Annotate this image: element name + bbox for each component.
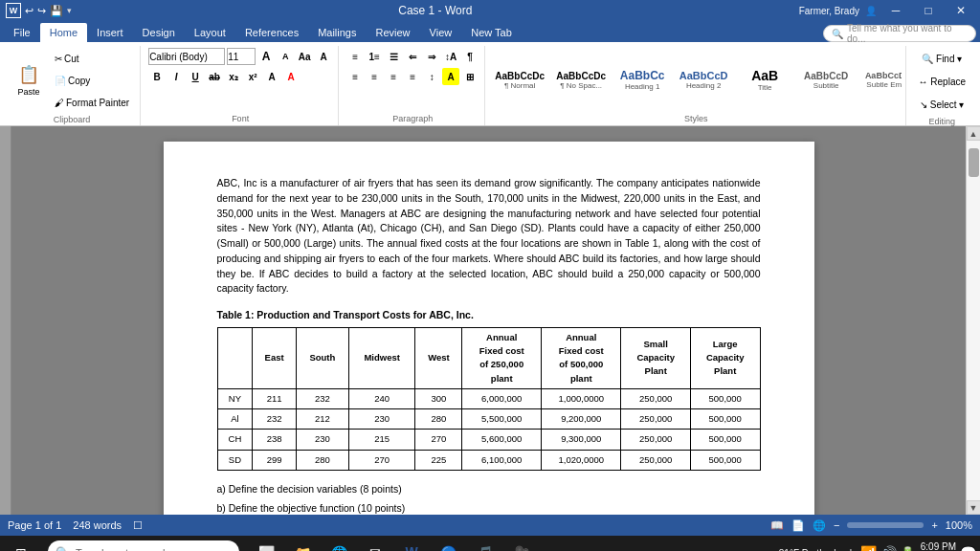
style-subtle-em[interactable]: AaBbCcDc Subtle Em... xyxy=(858,55,901,105)
multilevel-btn[interactable]: ☰ xyxy=(385,48,402,65)
mail-btn[interactable]: ✉ xyxy=(358,538,392,551)
music-btn[interactable]: 🎵 xyxy=(467,538,501,551)
line-spacing-btn[interactable]: ↕ xyxy=(423,68,440,85)
style-subtitle[interactable]: AaBbCcD Subtitle xyxy=(797,55,855,105)
superscript-btn[interactable]: x² xyxy=(244,68,261,85)
font-size-input[interactable] xyxy=(227,48,256,65)
network-icon[interactable]: 📶 xyxy=(860,545,877,551)
highlight-btn[interactable]: A xyxy=(263,68,280,85)
format-painter-btn[interactable]: 🖌 Format Painter xyxy=(50,92,134,113)
minimize-btn[interactable]: ─ xyxy=(882,2,909,19)
style-heading2[interactable]: AaBbCcD Heading 2 xyxy=(675,55,732,105)
numbering-btn[interactable]: 1≡ xyxy=(366,48,383,65)
style-normal[interactable]: AaBbCcDc ¶ Normal xyxy=(491,55,548,105)
tab-insert[interactable]: Insert xyxy=(87,23,133,42)
show-marks-btn[interactable]: ¶ xyxy=(461,48,479,65)
tab-references[interactable]: References xyxy=(235,23,308,42)
word-taskbar-btn[interactable]: W xyxy=(394,538,429,551)
borders-btn[interactable]: ⊞ xyxy=(461,68,479,85)
notification-icon[interactable]: 💬 xyxy=(960,545,976,551)
strikethrough-btn[interactable]: ab xyxy=(206,68,223,85)
align-left-btn[interactable]: ≡ xyxy=(346,68,364,85)
tab-mailings[interactable]: Mailings xyxy=(308,23,366,42)
edge-icon: 🌐 xyxy=(329,543,348,551)
doc-area: ABC, Inc is a manufacturer of air fryers… xyxy=(0,126,980,515)
col-header-small: SmallCapacityPlant xyxy=(621,327,690,388)
decrease-indent-btn[interactable]: ⇐ xyxy=(404,48,421,65)
font-name-input[interactable] xyxy=(148,48,225,65)
find-btn[interactable]: 🔍 Find ▾ xyxy=(917,48,967,69)
tab-home[interactable]: Home xyxy=(40,23,87,42)
paragraph-label: Paragraph xyxy=(346,112,479,123)
shrink-font-btn[interactable]: A xyxy=(277,48,294,65)
tab-design[interactable]: Design xyxy=(133,23,185,42)
zoom-out-btn[interactable]: − xyxy=(834,519,839,531)
sort-btn[interactable]: ↕A xyxy=(442,48,459,65)
taskbar-search-box[interactable]: 🔍 Type here to search xyxy=(48,540,239,551)
underline-btn[interactable]: U xyxy=(187,68,204,85)
search-taskbar-btn[interactable]: 🔍 Type here to search xyxy=(40,538,247,551)
close-btn[interactable]: ✕ xyxy=(947,2,974,19)
cell-ch-label: CH xyxy=(217,430,253,450)
text-effects-btn[interactable]: A xyxy=(315,48,332,65)
shading-btn[interactable]: A xyxy=(442,68,459,85)
cell-sd-label: SD xyxy=(217,450,253,470)
tab-layout[interactable]: Layout xyxy=(185,23,235,42)
style-no-space[interactable]: AaBbCcDc ¶ No Spac... xyxy=(552,55,610,105)
subscript-btn[interactable]: x₂ xyxy=(225,68,242,85)
doc-scroll[interactable]: ABC, Inc is a manufacturer of air fryers… xyxy=(11,126,966,515)
tab-file[interactable]: File xyxy=(4,23,40,42)
italic-btn[interactable]: I xyxy=(167,68,185,85)
tab-newtab[interactable]: New Tab xyxy=(461,23,522,42)
increase-indent-btn[interactable]: ⇒ xyxy=(423,48,440,65)
zoom-in-btn[interactable]: + xyxy=(931,519,937,531)
select-btn[interactable]: ↘ Select ▾ xyxy=(915,94,969,115)
word-icon: W xyxy=(6,3,21,18)
share-btn[interactable]: 👤 xyxy=(865,6,877,16)
col-header-midwest: Midwest xyxy=(348,327,415,388)
scroll-up-btn[interactable]: ▲ xyxy=(967,126,981,141)
speaker-icon[interactable]: 🔊 xyxy=(880,545,897,551)
align-center-btn[interactable]: ≡ xyxy=(366,68,383,85)
tab-view[interactable]: View xyxy=(420,23,462,42)
style-heading1[interactable]: AaBbCc Heading 1 xyxy=(613,55,671,105)
undo-btn[interactable]: ↩ xyxy=(25,5,33,17)
chrome-btn[interactable]: 🔵 xyxy=(431,538,465,551)
file-explorer-btn[interactable]: 📁 xyxy=(285,538,320,551)
view-layout-btn[interactable]: 📄 xyxy=(791,519,805,532)
edge-btn[interactable]: 🌐 xyxy=(322,538,356,551)
clear-format-btn[interactable]: Aa xyxy=(296,48,313,65)
table-title: Table 1: Production and Transport Costs … xyxy=(217,308,761,323)
cell-ny-fixed500: 1,000,0000 xyxy=(542,388,621,408)
font-color-btn[interactable]: A xyxy=(282,68,300,85)
task-view-btn[interactable]: ⬜ xyxy=(249,538,283,551)
grow-font-btn[interactable]: A xyxy=(257,48,275,65)
scroll-thumb[interactable] xyxy=(969,148,979,177)
style-subtleem-label: Subtle Em... xyxy=(866,80,901,89)
view-web-btn[interactable]: 🌐 xyxy=(813,519,826,532)
scroll-track[interactable] xyxy=(967,141,981,500)
paste-btn[interactable]: 📋 Paste xyxy=(10,52,48,109)
system-clock[interactable]: 6:09 PM 3/9/2022 xyxy=(919,540,956,551)
bullets-btn[interactable]: ≡ xyxy=(346,48,364,65)
justify-btn[interactable]: ≡ xyxy=(404,68,421,85)
replace-btn[interactable]: ↔ Replace xyxy=(914,71,970,92)
cut-btn[interactable]: ✂ Cut xyxy=(50,48,134,69)
tell-me-box[interactable]: 🔍 Tell me what you want to do... xyxy=(823,25,976,42)
video-btn[interactable]: 🎥 xyxy=(503,538,538,551)
style-title[interactable]: AaB Title xyxy=(736,55,793,105)
start-btn[interactable]: ⊞ xyxy=(4,538,38,551)
copy-btn[interactable]: 📄 Copy xyxy=(50,70,134,91)
scroll-down-btn[interactable]: ▼ xyxy=(967,500,981,515)
style-subtleem-preview: AaBbCcDc xyxy=(865,71,902,80)
align-right-btn[interactable]: ≡ xyxy=(385,68,402,85)
zoom-slider[interactable] xyxy=(847,522,924,528)
zoom-level: 100% xyxy=(946,519,972,531)
redo-btn[interactable]: ↪ xyxy=(37,5,46,17)
vertical-scrollbar[interactable]: ▲ ▼ xyxy=(966,126,980,515)
save-btn[interactable]: 💾 xyxy=(50,5,63,17)
view-read-btn[interactable]: 📖 xyxy=(770,519,784,532)
tab-review[interactable]: Review xyxy=(367,23,420,42)
bold-btn[interactable]: B xyxy=(148,68,166,85)
restore-btn[interactable]: □ xyxy=(915,2,942,19)
